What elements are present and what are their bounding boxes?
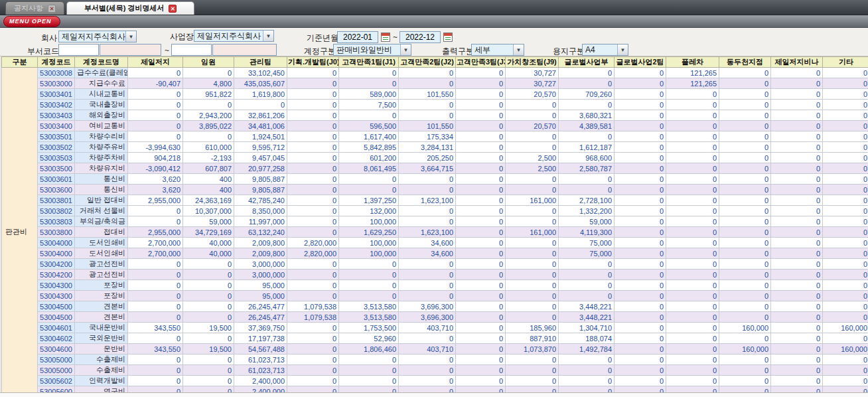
table-row[interactable]: 53004500견본비0026,245,4771,079,5383,513,58… — [2, 301, 868, 312]
table-row[interactable]: 53003403해외출장비02,943,20032,861,206000003,… — [2, 110, 868, 121]
table-row[interactable]: 53005602인력개발비002,400,00000000000000 — [2, 376, 868, 386]
account-type-select[interactable]: 판매비와일반비 ▼ — [333, 44, 411, 56]
cell-value: 3,513,580 — [339, 301, 399, 312]
cell-value: 205,250 — [399, 153, 456, 163]
dept-from-code-input[interactable] — [58, 44, 99, 56]
table-row[interactable]: 53003000지급수수료-90,4074,800435,035,6070000… — [2, 78, 868, 89]
cell-value: 121,265 — [666, 68, 719, 78]
table-row[interactable]: 판관비53003008급수수료(클레임)0033,102,450000030,7… — [2, 68, 868, 78]
table-row[interactable]: 53003501차량수리비001,924,50101,617,400175,33… — [2, 131, 868, 142]
cell-value: 0 — [771, 110, 823, 121]
table-row[interactable]: 53003502차량주유비-3,994,630610,0009,595,7120… — [2, 142, 868, 153]
cell-value: 0 — [399, 174, 456, 185]
table-row[interactable]: 53005000수출제비0061,023,71300000000000 — [2, 355, 868, 365]
site-select[interactable]: 제일저지주식회사 ▼ — [194, 30, 274, 42]
table-row[interactable]: 53003601통신비3,6204009,805,88700000000000 — [2, 174, 868, 185]
cell-value: 0 — [719, 365, 771, 376]
cell-value: 0 — [399, 110, 456, 121]
cell-value: 0 — [615, 365, 666, 376]
cell-value: 0 — [559, 355, 615, 365]
tab-close-icon[interactable]: ✕ — [48, 5, 56, 13]
table-row[interactable]: 53003500차량유지비-3,090,412607,80720,977,258… — [2, 163, 868, 174]
column-header: 관리팀 — [234, 57, 287, 68]
calendar-icon[interactable] — [443, 33, 453, 42]
table-row[interactable]: 53004200광고선전비003,000,00000000000000 — [2, 259, 868, 270]
cell-account-name: 거래처 선물비 — [75, 206, 128, 216]
table-row[interactable]: 53004300포장비0095,00000000000000 — [2, 291, 868, 301]
cell-value: 0 — [719, 280, 771, 291]
period-to-input[interactable] — [399, 31, 441, 43]
cell-value: 0 — [666, 344, 719, 355]
cell-value: 0 — [615, 153, 666, 163]
table-row[interactable]: 53004601국내운반비343,55019,50037,369,75001,7… — [2, 323, 868, 333]
cell-value: 0 — [823, 333, 868, 344]
table-row[interactable]: 53004300포장비0095,00000000000000 — [2, 280, 868, 291]
period-from-input[interactable] — [337, 31, 378, 43]
table-row[interactable]: 53005000수출제비0061,023,71300000000000 — [2, 365, 868, 376]
cell-value: 26,245,477 — [234, 301, 287, 312]
cell-account-code: 53003503 — [38, 153, 75, 163]
dept-to-name-input[interactable] — [212, 44, 277, 56]
cell-value: 0 — [666, 248, 719, 259]
cell-value: 0 — [719, 89, 771, 100]
table-row[interactable]: 53004000도서인쇄비2,700,00040,0002,009,8002,8… — [2, 238, 868, 248]
cell-value: 0 — [456, 110, 506, 121]
table-row[interactable]: 53003600통신비3,6204009,805,88700000000000 — [2, 185, 868, 195]
menu-open-button[interactable]: MENU OPEN — [3, 16, 60, 27]
cell-value: 20,977,258 — [234, 163, 287, 174]
cell-account-name: 접대비 — [75, 227, 128, 238]
table-row[interactable]: 53004200광고선전비003,000,00000000000000 — [2, 270, 868, 280]
cell-value: 0 — [456, 355, 506, 365]
table-row[interactable]: 53003803부의금/축의금059,00011,997,0000100,000… — [2, 216, 868, 227]
cell-value: 0 — [287, 355, 339, 365]
cell-value: 0 — [183, 259, 234, 270]
cell-value: 0 — [128, 376, 183, 386]
tab-expense-report[interactable]: 부서별(세목) 경비명세서 ✕ — [66, 1, 194, 15]
cell-value: 2,728,100 — [559, 195, 615, 206]
cell-value: 0 — [456, 365, 506, 376]
dept-from-name-input[interactable] — [100, 44, 161, 56]
cell-value: 24,363,169 — [183, 195, 234, 206]
cell-value: 0 — [771, 153, 823, 163]
dept-to-code-input[interactable] — [171, 44, 212, 56]
column-header: 기획.개발팀(J0) — [287, 57, 339, 68]
cell-value: 0 — [399, 270, 456, 280]
table-row[interactable]: 53003503차량주차비904,218-2,1939,457,0450601,… — [2, 153, 868, 163]
paper-type-value: A4 — [585, 45, 595, 54]
cell-value: 0 — [666, 216, 719, 227]
calendar-icon[interactable] — [381, 33, 390, 42]
cell-value: 160,000 — [823, 323, 868, 333]
table-row[interactable]: 53004600운반비343,55019,50054,567,48801,806… — [2, 344, 868, 355]
table-row[interactable]: 53003402국내출장비00007,500000000000 — [2, 100, 868, 110]
tab-notice[interactable]: 공지사항 ✕ — [5, 1, 64, 15]
cell-value: 0 — [719, 206, 771, 216]
table-row[interactable]: 53003801일반 접대비2,955,00024,363,16942,785,… — [2, 195, 868, 206]
cell-value: 4,800 — [183, 78, 234, 89]
tab-close-icon[interactable]: ✕ — [169, 5, 177, 13]
cell-value: 0 — [339, 185, 399, 195]
table-row[interactable]: 53004500견본비0026,245,4771,079,5383,513,58… — [2, 312, 868, 323]
table-row[interactable]: 53004602국외운반비0017,197,738052,96000887,91… — [2, 333, 868, 344]
cell-value: 3,680,321 — [559, 110, 615, 121]
cell-value: 0 — [399, 376, 456, 386]
cell-account-code: 53004602 — [38, 333, 75, 344]
cell-value: 101,550 — [399, 121, 456, 131]
cell-value: 0 — [615, 68, 666, 78]
cell-value: 0 — [615, 174, 666, 185]
cell-value: 0 — [506, 142, 559, 153]
company-select[interactable]: 제일저지주식회사 ▼ — [58, 31, 137, 42]
paper-type-select[interactable]: A4 ▼ — [582, 44, 628, 56]
table-row[interactable]: 53004000도서인쇄비2,700,00040,0002,009,8002,8… — [2, 248, 868, 259]
cell-value: 0 — [666, 195, 719, 206]
table-row[interactable]: 53003802거래처 선물비010,307,0008,350,0000132,… — [2, 206, 868, 216]
output-type-select[interactable]: 세부 ▼ — [471, 44, 524, 56]
table-row[interactable]: 53003800접대비2,955,00034,729,16963,132,240… — [2, 227, 868, 238]
cell-value: 0 — [615, 333, 666, 344]
cell-account-code: 53003801 — [38, 195, 75, 206]
horizontal-scrollbar[interactable] — [0, 392, 868, 397]
cell-value: 1,492,784 — [559, 344, 615, 355]
table-row[interactable]: 53003400여비교통비03,895,02234,481,0060596,50… — [2, 121, 868, 131]
cell-value: 0 — [719, 227, 771, 238]
cell-value: 0 — [823, 312, 868, 323]
table-row[interactable]: 53003401시내교통비0951,8221,619,8000589,00010… — [2, 89, 868, 100]
